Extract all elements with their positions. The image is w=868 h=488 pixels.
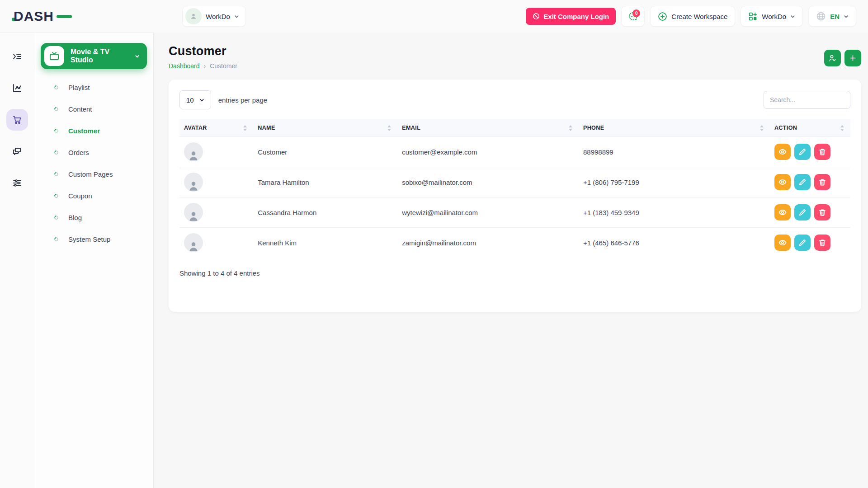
- top-header: DASH WorkDo Exit Company Login: [0, 0, 868, 33]
- per-page-label: entries per page: [218, 96, 267, 104]
- sort-icon: [840, 125, 846, 131]
- page-title: Customer: [169, 44, 237, 58]
- pencil-icon: [798, 239, 807, 247]
- edit-button[interactable]: [794, 204, 811, 221]
- plus-circle-icon: [658, 12, 667, 21]
- column-header-action[interactable]: ACTION: [770, 119, 850, 137]
- store-cart-icon[interactable]: [6, 109, 28, 131]
- logo-dash: [57, 15, 72, 18]
- trash-icon: [818, 239, 826, 247]
- edit-button[interactable]: [794, 144, 811, 160]
- sidebar-item-customer[interactable]: Customer: [41, 120, 147, 141]
- cell-name: Customer: [253, 137, 397, 167]
- sidebar-item-label: Orders: [68, 149, 89, 156]
- language-switcher[interactable]: EN: [808, 6, 856, 27]
- sort-icon: [387, 125, 393, 131]
- studio-button-label: Movie & TV Studio: [71, 48, 128, 64]
- icon-rail: [0, 33, 34, 488]
- toggle-sidebar-icon[interactable]: [6, 46, 28, 67]
- messages-badge: 0: [632, 9, 640, 17]
- cell-name: Tamara Hamilton: [253, 167, 397, 197]
- table-header-row: AVATAR NAME EMAIL PHONE ACTION: [179, 119, 850, 137]
- delete-button[interactable]: [814, 235, 830, 251]
- delete-button[interactable]: [814, 204, 830, 221]
- column-header-email[interactable]: EMAIL: [397, 119, 579, 137]
- exit-button-label: Exit Company Login: [543, 13, 609, 20]
- search-input[interactable]: [764, 91, 850, 109]
- import-customer-button[interactable]: [824, 50, 841, 66]
- avatar: [184, 203, 203, 222]
- sort-icon: [760, 125, 765, 131]
- sort-icon: [569, 125, 574, 131]
- customer-table-card: 10 entries per page AVATAR NAME EMAIL PH…: [169, 80, 861, 312]
- column-header-name[interactable]: NAME: [253, 119, 397, 137]
- settings-sliders-icon[interactable]: [6, 172, 28, 194]
- exit-company-login-button[interactable]: Exit Company Login: [526, 8, 616, 25]
- page-head: Customer Dashboard › Customer: [169, 44, 861, 70]
- breadcrumb-current: Customer: [210, 62, 237, 70]
- sidebar-item-blog[interactable]: Blog: [41, 206, 147, 228]
- pencil-icon: [798, 208, 807, 216]
- view-button[interactable]: [774, 204, 791, 221]
- table-row: Kenneth Kim zamigin@mailinator.com +1 (4…: [179, 228, 850, 258]
- sidebar-item-orders[interactable]: Orders: [41, 141, 147, 163]
- sidebar-item-label: Content: [68, 105, 92, 113]
- company-switcher[interactable]: WorkDo: [182, 6, 246, 27]
- chevron-down-icon: [790, 14, 795, 19]
- sidebar-item-system-setup[interactable]: System Setup: [41, 228, 147, 250]
- bullet-icon: [53, 84, 59, 90]
- sidebar-item-coupon[interactable]: Coupon: [41, 185, 147, 206]
- messages-rail-icon[interactable]: [6, 141, 28, 162]
- workspace-switcher[interactable]: WorkDo: [741, 6, 803, 27]
- breadcrumb-dashboard-link[interactable]: Dashboard: [169, 62, 200, 70]
- sidebar-item-label: Playlist: [68, 84, 90, 91]
- eye-icon: [778, 239, 787, 247]
- table-row: Cassandra Harmon wytewizi@mailinator.com…: [179, 197, 850, 228]
- avatar: [184, 142, 203, 161]
- cell-email: sobixo@mailinator.com: [397, 167, 579, 197]
- sidebar-item-playlist[interactable]: Playlist: [41, 76, 147, 98]
- row-actions: [774, 144, 846, 160]
- column-header-phone[interactable]: PHONE: [579, 119, 770, 137]
- delete-button[interactable]: [814, 144, 830, 160]
- bullet-icon: [53, 150, 59, 155]
- page-head-text: Customer Dashboard › Customer: [169, 44, 237, 70]
- messages-button[interactable]: 0: [621, 6, 645, 27]
- table-controls: 10 entries per page: [179, 90, 850, 109]
- view-button[interactable]: [774, 235, 791, 251]
- delete-button[interactable]: [814, 174, 830, 190]
- trash-icon: [818, 178, 826, 186]
- edit-button[interactable]: [794, 174, 811, 190]
- cell-phone: 88998899: [579, 137, 770, 167]
- logo-text: DASH: [14, 9, 54, 24]
- sidebar-item-label: Customer: [68, 127, 100, 135]
- language-label: EN: [830, 13, 840, 20]
- add-customer-button[interactable]: [844, 50, 861, 66]
- pencil-icon: [798, 148, 807, 156]
- app-logo[interactable]: DASH: [12, 9, 72, 24]
- view-button[interactable]: [774, 144, 791, 160]
- per-page-select[interactable]: 10: [179, 90, 211, 109]
- pencil-icon: [798, 178, 807, 186]
- bullet-icon: [53, 128, 59, 134]
- page-actions: [824, 50, 861, 66]
- create-workspace-label: Create Workspace: [671, 13, 727, 20]
- create-workspace-button[interactable]: Create Workspace: [650, 6, 735, 27]
- row-actions: [774, 174, 846, 190]
- edit-button[interactable]: [794, 235, 811, 251]
- studio-switcher-button[interactable]: Movie & TV Studio: [41, 43, 147, 69]
- bullet-icon: [53, 215, 59, 221]
- customer-table: AVATAR NAME EMAIL PHONE ACTION Customer …: [179, 119, 850, 258]
- workspace-switcher-label: WorkDo: [762, 13, 786, 20]
- user-icon: [188, 210, 199, 222]
- view-button[interactable]: [774, 174, 791, 190]
- sidebar-item-label: Custom Pages: [68, 170, 113, 178]
- main-content: Customer Dashboard › Customer: [154, 33, 868, 488]
- sidebar-item-custom-pages[interactable]: Custom Pages: [41, 163, 147, 185]
- company-switcher-label: WorkDo: [206, 13, 230, 20]
- workspace-grid-icon: [748, 12, 758, 21]
- analytics-icon[interactable]: [6, 77, 28, 99]
- sidebar-item-content[interactable]: Content: [41, 98, 147, 120]
- column-header-avatar[interactable]: AVATAR: [179, 119, 253, 137]
- cell-email: customer@example.com: [397, 137, 579, 167]
